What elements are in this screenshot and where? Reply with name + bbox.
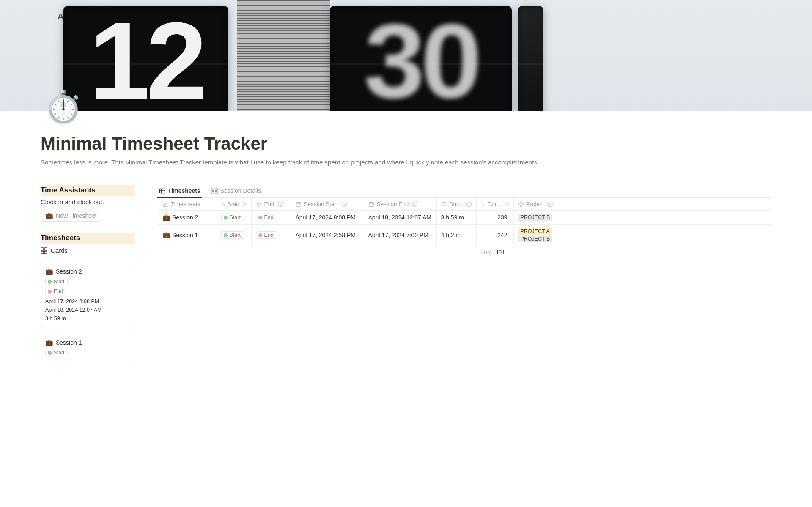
tab-session-details[interactable]: Session Details (211, 185, 262, 197)
sigma-icon (481, 201, 485, 207)
info-icon (278, 201, 284, 207)
svg-rect-3 (44, 251, 47, 254)
briefcase-icon: 💼 (45, 339, 53, 346)
table-header-row: Timesheets Start End Session Start Sessi… (158, 198, 771, 211)
new-timesheet-label: New Timesheet (56, 212, 96, 219)
session-end-cell[interactable]: April 18, 2024 12:07 AM (364, 211, 436, 225)
flip-clock-illustration: AM 12 30 (0, 0, 812, 111)
session-start-cell[interactable]: April 17, 2024 2:58 PM (291, 225, 364, 246)
svg-rect-8 (215, 188, 217, 191)
svg-rect-10 (215, 191, 217, 194)
tab-timesheets[interactable]: Timesheets (158, 185, 201, 197)
svg-rect-7 (212, 188, 214, 191)
sum-label: sum (480, 250, 492, 255)
briefcase-icon: 💼 (45, 268, 53, 275)
session-end-cell[interactable]: April 17, 2024 7:00 PM (364, 225, 436, 246)
card-session-end: April 18, 2024 12:07 AM (45, 306, 131, 314)
svg-rect-2 (41, 251, 44, 254)
svg-point-31 (414, 203, 415, 203)
info-icon (412, 201, 418, 207)
new-timesheet-button[interactable]: 💼 New Timesheet (41, 210, 101, 222)
timesheet-card[interactable]: 💼Session 2 Start End April 17, 2024 8:08… (41, 263, 135, 328)
info-icon (466, 201, 472, 207)
clock-icon (221, 201, 225, 207)
col-duration-text[interactable]: Dur... (436, 198, 476, 211)
red-dot-icon (48, 290, 52, 293)
table-row[interactable]: 💼 Session 1StartEndApril 17, 2024 2:58 P… (158, 225, 771, 246)
col-session-start[interactable]: Session Start (291, 198, 364, 211)
duration-num-cell: 239 (476, 211, 513, 225)
start-button[interactable]: Start (221, 214, 244, 221)
col-duration-num[interactable]: Dur... (476, 198, 513, 211)
red-dot-icon (258, 233, 262, 237)
col-start[interactable]: Start (217, 198, 251, 211)
row-name: Session 1 (172, 232, 198, 238)
start-pill[interactable]: Start (45, 278, 68, 285)
svg-rect-0 (41, 248, 44, 250)
col-project[interactable]: Project (513, 198, 771, 211)
time-assistants-sub[interactable]: Clock in and clock out. (41, 196, 135, 210)
project-tag[interactable]: PROJECT A (518, 228, 552, 235)
page-title[interactable]: Minimal Timesheet Tracker (41, 134, 771, 154)
svg-point-13 (244, 203, 245, 204)
end-pill[interactable]: End (45, 288, 66, 295)
green-dot-icon (48, 280, 52, 284)
duration-text-cell: 4 h 2 m (436, 225, 476, 246)
green-dot-icon (224, 216, 228, 219)
end-button[interactable]: End (256, 231, 277, 239)
session-start-cell[interactable]: April 17, 2024 8:08 PM (291, 211, 364, 225)
sum-row: sum 481 (158, 246, 771, 259)
calendar-icon (368, 201, 374, 207)
svg-rect-19 (296, 202, 301, 206)
main-database: Timesheets Session Details Timesheets St… (158, 185, 771, 364)
svg-rect-25 (344, 204, 344, 206)
sidebar: Time Assistants Clock in and clock out. … (41, 185, 135, 364)
info-icon (548, 201, 554, 207)
project-tag[interactable]: PROJECT B (518, 214, 553, 221)
end-button[interactable]: End (256, 214, 277, 221)
svg-rect-32 (415, 204, 415, 206)
sum-value: 481 (495, 249, 505, 255)
table-icon (159, 188, 165, 194)
card-session-start: April 17, 2024 8:08 PM (45, 297, 131, 306)
view-tabs: Timesheets Session Details (158, 185, 771, 198)
row-name: Session 2 (172, 214, 198, 221)
col-timesheets[interactable]: Timesheets (158, 198, 217, 211)
svg-rect-4 (159, 189, 165, 193)
page-description[interactable]: Sometimes less is more. This Minimal Tim… (41, 157, 599, 167)
duration-text-cell: 3 h 59 m (436, 211, 476, 225)
info-icon (505, 201, 509, 207)
page-icon[interactable]: ⏱️ (44, 91, 82, 122)
card-title: Session 1 (56, 339, 82, 346)
cards-view-label: Cards (51, 247, 68, 254)
calendar-icon (296, 201, 302, 207)
svg-point-41 (521, 204, 521, 205)
timesheet-card[interactable]: 💼Session 1 Start (41, 334, 135, 364)
target-icon (518, 201, 524, 207)
time-assistants-heading[interactable]: Time Assistants (41, 185, 135, 196)
cards-view-tab[interactable]: Cards (41, 244, 135, 257)
green-dot-icon (48, 351, 52, 355)
sigma-icon (441, 201, 447, 207)
svg-rect-26 (369, 202, 373, 206)
col-end[interactable]: End (251, 198, 291, 211)
project-cell[interactable]: PROJECT APROJECT B (513, 225, 771, 246)
clock-icon (256, 201, 262, 207)
svg-rect-1 (44, 248, 47, 250)
project-tag[interactable]: PROJECT B (518, 236, 553, 242)
info-icon (341, 201, 347, 207)
timesheets-heading[interactable]: Timesheets (41, 233, 135, 244)
project-cell[interactable]: PROJECT B (513, 211, 771, 225)
timesheets-table: Timesheets Start End Session Start Sessi… (158, 198, 771, 258)
cover-image: AM 12 30 (0, 0, 812, 111)
svg-point-17 (280, 203, 281, 203)
table-row[interactable]: 💼 Session 2StartEndApril 17, 2024 8:08 P… (158, 211, 771, 225)
col-session-end[interactable]: Session End (364, 198, 436, 211)
start-pill[interactable]: Start (45, 349, 68, 356)
briefcase-icon: 💼 (45, 212, 53, 219)
svg-rect-18 (280, 204, 281, 206)
start-button[interactable]: Start (221, 231, 244, 239)
green-dot-icon (224, 233, 228, 237)
briefcase-icon: 💼 (162, 231, 170, 238)
svg-point-34 (469, 203, 469, 204)
